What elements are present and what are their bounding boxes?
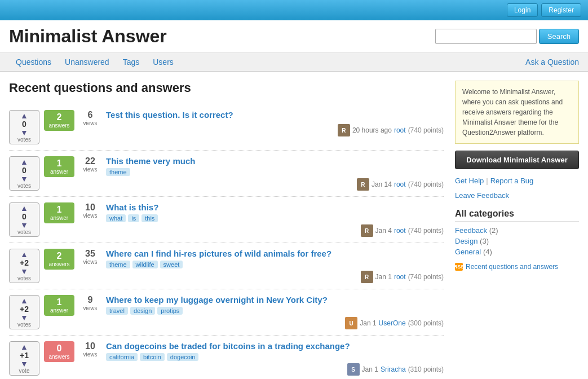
category-link[interactable]: Design bbox=[455, 237, 478, 245]
views-count: 6 bbox=[88, 110, 93, 120]
site-title: Minimalist Answer bbox=[9, 26, 167, 47]
rss-link[interactable]: RSS Recent questions and answers bbox=[455, 263, 579, 271]
answers-label: answers bbox=[48, 122, 69, 129]
question-meta: R Jan 1 root (740 points) bbox=[106, 271, 444, 283]
question-title[interactable]: Where to keep my luggage overnight in Ne… bbox=[106, 295, 444, 305]
vote-down-icon[interactable]: ▼ bbox=[20, 314, 28, 321]
votes-box: ▲ 0 ▼ votes bbox=[9, 202, 39, 237]
question-meta: R 20 hours ago root (740 points) bbox=[106, 124, 444, 136]
sidebar-links: Get Help|Report a Bug Leave Feedback bbox=[455, 174, 579, 203]
meta-user[interactable]: root bbox=[394, 180, 406, 188]
vote-up-icon[interactable]: ▲ bbox=[20, 204, 28, 212]
avatar-img: R bbox=[361, 224, 373, 237]
meta-user[interactable]: Sriracha bbox=[381, 365, 406, 373]
answers-count: 0 bbox=[57, 343, 62, 354]
answers-count: 1 bbox=[57, 158, 62, 169]
question-title[interactable]: Test this question. Is it correct? bbox=[106, 110, 444, 120]
question-tags: traveldesignprotips bbox=[106, 307, 444, 315]
meta-points: (740 points) bbox=[408, 273, 444, 281]
meta-time: Jan 14 bbox=[372, 180, 392, 188]
tag[interactable]: is bbox=[128, 214, 139, 222]
question-meta: U Jan 1 UserOne (300 points) bbox=[106, 317, 444, 329]
tag[interactable]: california bbox=[106, 353, 138, 361]
views-label: views bbox=[83, 166, 97, 173]
vote-down-icon[interactable]: ▼ bbox=[20, 360, 28, 368]
nav-tags[interactable]: Tags bbox=[116, 53, 147, 71]
category-link[interactable]: General bbox=[455, 248, 481, 256]
tag[interactable]: bitcoin bbox=[140, 353, 165, 361]
meta-user[interactable]: root bbox=[394, 126, 406, 134]
votes-box: ▲ +1 ▼ vote bbox=[9, 341, 39, 376]
votes-label: votes bbox=[17, 275, 31, 281]
vote-up-icon[interactable]: ▲ bbox=[20, 112, 28, 120]
tag[interactable]: dogecoin bbox=[167, 353, 199, 361]
vote-up-icon[interactable]: ▲ bbox=[20, 297, 28, 305]
leave-feedback-link[interactable]: Leave Feedback bbox=[455, 191, 509, 200]
search-button[interactable]: Search bbox=[539, 29, 579, 44]
register-button[interactable]: Register bbox=[541, 3, 581, 17]
avatar-img: U bbox=[345, 317, 357, 329]
vote-down-icon[interactable]: ▼ bbox=[20, 129, 28, 136]
vote-up-icon[interactable]: ▲ bbox=[20, 158, 28, 166]
tag[interactable]: theme bbox=[106, 168, 130, 176]
avatar: R bbox=[361, 224, 373, 237]
nav-questions[interactable]: Questions bbox=[9, 53, 58, 71]
rss-label: Recent questions and answers bbox=[466, 263, 558, 271]
vote-up-icon[interactable]: ▲ bbox=[20, 343, 28, 351]
question-title[interactable]: Where can I find hi-res pictures of wild… bbox=[106, 249, 444, 258]
answers-label: answer bbox=[50, 307, 68, 314]
search-area: Search bbox=[435, 29, 579, 44]
sidebar: Welcome to Minimalist Answer, where you … bbox=[455, 81, 579, 379]
vote-down-icon[interactable]: ▼ bbox=[20, 267, 28, 275]
tag[interactable]: theme bbox=[106, 261, 130, 268]
nav-links: Questions Unanswered Tags Users bbox=[9, 53, 180, 71]
views-box: 9 views bbox=[79, 295, 101, 311]
question-title[interactable]: What is this? bbox=[106, 202, 444, 212]
views-box: 35 views bbox=[79, 249, 101, 265]
answers-label: answers bbox=[48, 354, 69, 360]
tag[interactable]: sweet bbox=[160, 261, 183, 268]
vote-down-icon[interactable]: ▼ bbox=[20, 175, 28, 183]
search-input[interactable] bbox=[435, 29, 537, 44]
views-label: views bbox=[83, 259, 97, 265]
views-count: 35 bbox=[85, 249, 95, 259]
votes-label: vote bbox=[19, 368, 30, 374]
tag[interactable]: design bbox=[130, 307, 155, 315]
meta-points: (300 points) bbox=[408, 319, 444, 327]
meta-user[interactable]: UserOne bbox=[379, 319, 406, 327]
answers-box: 0 answers bbox=[44, 341, 74, 362]
login-button[interactable]: Login bbox=[507, 3, 538, 17]
category-link[interactable]: Feedback bbox=[455, 226, 487, 235]
nav-users[interactable]: Users bbox=[146, 53, 180, 71]
views-label: views bbox=[83, 120, 97, 126]
tag[interactable]: this bbox=[142, 214, 158, 222]
vote-down-icon[interactable]: ▼ bbox=[20, 221, 28, 229]
get-help-link[interactable]: Get Help bbox=[455, 177, 484, 185]
tag[interactable]: what bbox=[106, 214, 126, 222]
question-body: Where to keep my luggage overnight in Ne… bbox=[106, 295, 444, 329]
views-box: 10 views bbox=[79, 341, 101, 358]
meta-user[interactable]: root bbox=[394, 273, 406, 281]
avatar-img: R bbox=[338, 124, 350, 136]
tag[interactable]: protips bbox=[157, 307, 183, 315]
category-count: (2) bbox=[489, 226, 498, 235]
votes-count: +2 bbox=[20, 305, 29, 314]
report-bug-link[interactable]: Report a Bug bbox=[490, 177, 534, 185]
meta-points: (740 points) bbox=[408, 126, 444, 134]
tag[interactable]: wildlife bbox=[132, 261, 158, 268]
meta-user[interactable]: root bbox=[394, 227, 406, 235]
question-title[interactable]: This theme very much bbox=[106, 156, 444, 166]
avatar: R bbox=[338, 124, 350, 136]
question-tags: californiabitcoindogecoin bbox=[106, 353, 444, 361]
download-button[interactable]: Download Minimalist Answer bbox=[455, 151, 579, 169]
meta-time: 20 hours ago bbox=[352, 126, 392, 134]
votes-count: 0 bbox=[22, 120, 26, 129]
header: Minimalist Answer Search bbox=[0, 20, 588, 53]
nav-unanswered[interactable]: Unanswered bbox=[58, 53, 116, 71]
vote-up-icon[interactable]: ▲ bbox=[20, 250, 28, 258]
ask-question-link[interactable]: Ask a Question bbox=[525, 53, 579, 71]
category-item: Design (3) bbox=[455, 237, 579, 245]
question-title[interactable]: Can dogecoins be traded for bitcoins in … bbox=[106, 341, 444, 351]
tag[interactable]: travel bbox=[106, 307, 128, 315]
answers-count: 1 bbox=[57, 297, 62, 307]
